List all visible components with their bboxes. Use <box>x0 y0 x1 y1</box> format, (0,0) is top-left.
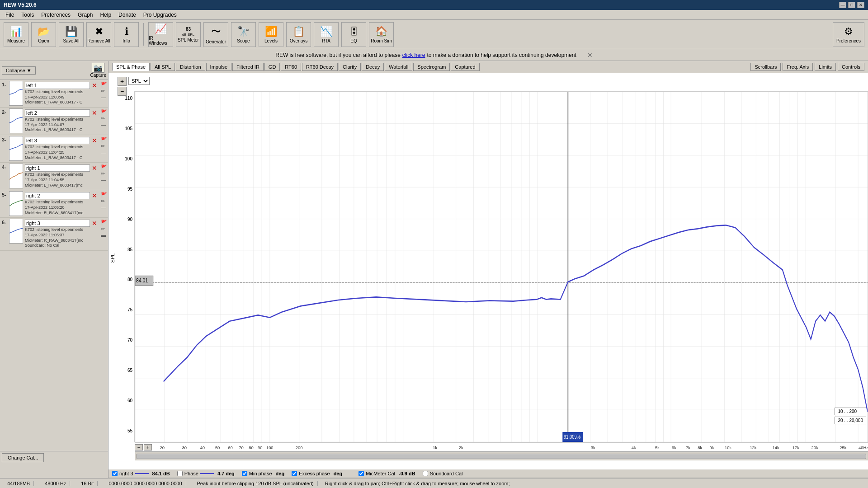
tab-rt60[interactable]: RT60 <box>281 63 301 71</box>
delete-button-2[interactable]: ✕ <box>91 109 98 117</box>
measure-button[interactable]: 📊 Measure <box>4 22 28 47</box>
menu-preferences[interactable]: Preferences <box>38 11 74 19</box>
menu-graph[interactable]: Graph <box>74 11 96 19</box>
edit-icon-1[interactable]: ✏ <box>101 88 107 94</box>
preferences-button[interactable]: ⚙ Preferences <box>833 22 864 47</box>
limits-button[interactable]: Limits <box>815 63 836 71</box>
capture-button[interactable]: 📷 Capture <box>90 63 106 78</box>
legend-phase-checkbox[interactable] <box>177 471 183 476</box>
maximize-button[interactable]: □ <box>848 2 855 8</box>
flag-icon-1[interactable]: 🚩 <box>101 82 107 88</box>
donation-close-button[interactable]: ✕ <box>587 52 593 59</box>
edit-icon-3[interactable]: ✏ <box>101 143 107 149</box>
tab-decay[interactable]: Decay <box>362 63 384 71</box>
rta-button[interactable]: 📉 RTA <box>314 22 339 47</box>
ir-windows-button[interactable]: 📈 IR Windows <box>148 22 173 47</box>
line-icon-3[interactable]: — <box>101 150 107 155</box>
h-scrollbar[interactable] <box>135 451 868 460</box>
measurement-name-input-4[interactable] <box>25 164 90 172</box>
edit-icon-5[interactable]: ✏ <box>101 198 107 204</box>
scope-button[interactable]: 🔭 Scope <box>231 22 256 47</box>
flag-icon-3[interactable]: 🚩 <box>101 137 107 143</box>
flag-icon-6[interactable]: 🚩 <box>101 220 107 225</box>
delete-button-5[interactable]: ✕ <box>91 192 98 199</box>
levels-button[interactable]: 📶 Levels <box>259 22 283 47</box>
edit-icon-2[interactable]: ✏ <box>101 116 107 122</box>
info-icon: ℹ <box>125 26 128 38</box>
edit-icon-4[interactable]: ✏ <box>101 171 107 177</box>
measurement-name-input-1[interactable] <box>25 82 90 89</box>
line-icon-6[interactable]: ▬ <box>101 232 107 238</box>
close-button[interactable]: ✕ <box>857 2 864 8</box>
tab-waterfall[interactable]: Waterfall <box>385 63 412 71</box>
tab-filtered-ir[interactable]: Filtered IR <box>232 63 264 71</box>
name-row-6: ✕ <box>25 220 98 227</box>
chart-container[interactable]: SPL + − SPL 110 105 100 95 90 85 <box>108 73 868 469</box>
line-icon-1[interactable]: — <box>101 94 107 100</box>
legend-right3-checkbox[interactable] <box>112 471 118 476</box>
freq-axis-button[interactable]: Freq. Axis <box>783 63 813 71</box>
flag-icon-5[interactable]: 🚩 <box>101 192 107 198</box>
delete-button-4[interactable]: ✕ <box>91 164 98 172</box>
zoom-minus-button[interactable]: − <box>135 444 143 450</box>
donation-link[interactable]: click here <box>402 52 425 58</box>
tab-distortion[interactable]: Distortion <box>176 63 205 71</box>
menu-donate[interactable]: Donate <box>115 11 140 19</box>
line-icon-4[interactable]: — <box>101 177 107 183</box>
minimize-button[interactable]: — <box>839 2 846 8</box>
line-icon-2[interactable]: — <box>101 122 107 127</box>
menu-tools[interactable]: Tools <box>18 11 38 19</box>
tab-impulse[interactable]: Impulse <box>206 63 232 71</box>
measurement-name-input-5[interactable] <box>25 192 90 199</box>
tab-gd[interactable]: GD <box>264 63 280 71</box>
zoom-out-button[interactable]: − <box>118 87 127 96</box>
save-all-button[interactable]: 💾 Save All <box>59 22 84 47</box>
tab-spl-phase[interactable]: SPL & Phase <box>112 63 150 71</box>
tab-clarity[interactable]: Clarity <box>339 63 361 71</box>
legend-min-phase-checkbox[interactable] <box>242 471 247 476</box>
tab-all-spl[interactable]: All SPL <box>151 63 175 71</box>
open-button[interactable]: 📂 Open <box>31 22 56 47</box>
scrollbars-button[interactable]: Scrollbars <box>750 63 781 71</box>
tab-rt60-decay[interactable]: RT60 Decay <box>302 63 338 71</box>
spl-dropdown[interactable]: SPL <box>128 77 150 85</box>
overlays-icon: 📋 <box>292 26 305 38</box>
delete-button-1[interactable]: ✕ <box>91 82 98 89</box>
scrollbar-track[interactable] <box>137 454 866 459</box>
measurement-name-input-6[interactable] <box>25 220 90 227</box>
tab-captured[interactable]: Captured <box>451 63 479 71</box>
range-box-2[interactable]: 20 ... 20,000 <box>835 417 866 424</box>
legend-mic-cal-checkbox[interactable] <box>359 471 364 476</box>
generator-button[interactable]: 〜 Generator <box>203 22 228 47</box>
zoom-in-button[interactable]: + <box>118 77 127 86</box>
menu-help[interactable]: Help <box>96 11 115 19</box>
chart-plot-area[interactable]: 84.01 91,009% <box>135 91 868 442</box>
range-box-1[interactable]: 10 ... 200 <box>835 408 866 415</box>
remove-all-button[interactable]: ✖ Remove All <box>86 22 111 47</box>
svg-text:50: 50 <box>215 446 220 450</box>
collapse-button[interactable]: Collapse ▼ <box>2 66 36 75</box>
delete-button-3[interactable]: ✕ <box>91 137 98 144</box>
legend-soundcard-cal-checkbox[interactable] <box>423 471 428 476</box>
measurement-name-input-3[interactable] <box>25 137 90 144</box>
room-sim-button[interactable]: 🏠 Room Sim <box>369 22 394 47</box>
legend-excess-phase-checkbox[interactable] <box>292 471 297 476</box>
edit-icon-6[interactable]: ✏ <box>101 226 107 232</box>
change-cal-button[interactable]: Change Cal... <box>2 453 44 462</box>
menu-pro-upgrades[interactable]: Pro Upgrades <box>140 11 180 19</box>
line-icon-5[interactable]: — <box>101 205 107 210</box>
overlays-button[interactable]: 📋 Overlays <box>286 22 311 47</box>
flag-icon-2[interactable]: 🚩 <box>101 109 107 115</box>
controls-button[interactable]: Controls <box>838 63 864 71</box>
eq-button[interactable]: 🎛 EQ <box>341 22 366 47</box>
measurement-name-input-2[interactable] <box>25 109 90 117</box>
delete-button-6[interactable]: ✕ <box>91 220 98 227</box>
menu-file[interactable]: File <box>2 11 18 19</box>
zoom-plus-button[interactable]: + <box>144 444 152 450</box>
info-button[interactable]: ℹ Info <box>114 22 139 47</box>
spl-meter-button[interactable]: 83 dB SPL SPL Meter <box>176 22 201 47</box>
tab-spectrogram[interactable]: Spectrogram <box>413 63 450 71</box>
experiment-6: K702 listening level experiments <box>25 227 98 233</box>
date-5: 17-Apr-2022 11:05:20 <box>25 205 98 211</box>
flag-icon-4[interactable]: 🚩 <box>101 164 107 170</box>
